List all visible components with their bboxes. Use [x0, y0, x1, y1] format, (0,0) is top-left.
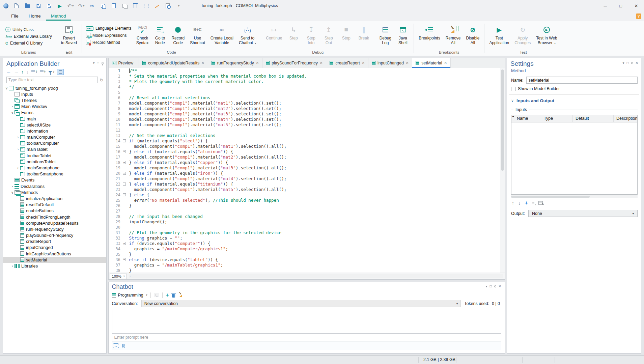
panel-float-icon[interactable]: □ [627, 61, 629, 65]
tree-item[interactable]: enableButtons [3, 208, 106, 214]
external-java-library-button[interactable]: Java External Java Library [3, 34, 54, 39]
clear-conversation-icon[interactable] [178, 293, 183, 298]
tree-item[interactable]: › Main Window [3, 104, 106, 110]
conversation-select[interactable]: New conversation ▾ [141, 300, 461, 307]
tree-item[interactable]: Events [3, 177, 106, 183]
fold-toggle-icon[interactable]: − [123, 193, 126, 196]
delete-icon[interactable] [132, 3, 138, 9]
code-line[interactable]: 25 error("No material selected"); //This… [109, 198, 500, 203]
code-line[interactable]: 19 model.component("comp1").material("ma… [109, 165, 500, 171]
open-file-icon[interactable] [24, 3, 30, 9]
debug-log-button[interactable]: Debug Log [376, 23, 394, 45]
tree-item[interactable]: toolbarComputer [3, 140, 106, 146]
code-line[interactable]: 30 [109, 225, 500, 230]
edit-table-icon[interactable] [538, 201, 543, 205]
tab-close-icon[interactable]: ✕ [256, 61, 259, 65]
code-line[interactable]: 24−} else { [109, 192, 500, 198]
tab-close-icon[interactable]: ✕ [444, 61, 447, 65]
code-line[interactable]: 4*/ [109, 84, 500, 90]
tree-item[interactable]: notationsTablet [3, 159, 106, 165]
copy-icon[interactable] [100, 3, 106, 9]
deselect-box-icon[interactable] [154, 3, 160, 9]
code-line[interactable]: 36−else if (device.equals("tablet")) { [109, 257, 500, 262]
external-c-library-button[interactable]: C External C Library [3, 40, 54, 46]
code-line[interactable]: 6// Reset all material selections [109, 95, 500, 101]
tree-item[interactable]: runFrequencyStudy [3, 226, 106, 232]
tree-item[interactable]: › Declarations [3, 183, 106, 189]
code-line[interactable]: 22−} else if (material.equals("titanium"… [109, 181, 500, 187]
tree-expander-icon[interactable]: › [10, 264, 15, 268]
tree-expander-icon[interactable]: › [16, 135, 20, 139]
delete-input-icon[interactable]: ≡ [532, 201, 534, 205]
tree-item[interactable]: ∨ Methods [3, 189, 106, 195]
tree-item[interactable]: › mainComputer [3, 134, 106, 140]
send-to-chatbot-button[interactable]: Send to Chatbot ▾ [236, 23, 259, 46]
fold-toggle-icon[interactable]: − [123, 183, 126, 186]
code-line[interactable]: 32String graphics = ""; [109, 235, 500, 241]
output-select[interactable]: None ▾ [528, 210, 638, 217]
utility-class-button[interactable]: ≡ Utility Class [3, 27, 54, 32]
pin-icon[interactable] [102, 62, 104, 64]
panel-menu-icon[interactable]: ▾ [623, 61, 624, 65]
fold-toggle-icon[interactable]: − [123, 161, 126, 164]
move-down-icon[interactable]: ↓ [518, 201, 521, 205]
editor-tab[interactable]: runFrequencyStudy ✕ [208, 58, 262, 68]
table-horizontal-scrollbar[interactable] [511, 195, 638, 198]
menu-home[interactable]: Home [24, 12, 46, 21]
code-line[interactable]: 16−} else if (material.equals("aluminum"… [109, 149, 500, 155]
tree-item[interactable]: Themes [3, 97, 106, 103]
code-line[interactable]: 11model.component("comp1").material("mat… [109, 122, 500, 128]
tree-expander-icon[interactable]: ∨ [4, 86, 9, 90]
tree-item[interactable]: main [3, 116, 106, 122]
tree-item[interactable]: selectUISize [3, 122, 106, 128]
code-line[interactable]: 13// Set the new material selections [109, 133, 500, 138]
show-preview-toggle[interactable] [57, 69, 64, 75]
column-header-description[interactable]: Description [614, 115, 638, 122]
tree-item[interactable]: information [3, 128, 106, 134]
forward-icon[interactable]: → [14, 69, 19, 75]
tree-item[interactable]: createReport [3, 239, 106, 245]
duplicate-icon[interactable] [121, 3, 128, 9]
tree-item[interactable]: initGraphicsAndButtons [3, 251, 106, 257]
code-line[interactable]: 5 [109, 90, 500, 95]
tab-close-icon[interactable]: ✕ [201, 61, 204, 65]
tree-item[interactable]: toolbarSmartphone [3, 171, 106, 177]
code-line[interactable]: 3* Plots the geometry with the current m… [109, 79, 500, 84]
tree-item[interactable]: playSoundForFrequency [3, 232, 106, 239]
tree-expander-icon[interactable]: ∨ [10, 111, 15, 114]
test-application-button[interactable]: ▶ Test Application [486, 23, 512, 45]
show-in-model-builder-checkbox[interactable] [511, 87, 515, 91]
disable-all-button[interactable]: ⊘ Disable All [463, 23, 482, 45]
redo-icon[interactable]: ↷▾ [78, 3, 84, 9]
tab-close-icon[interactable]: ✕ [320, 61, 323, 65]
inputs-and-output-section[interactable]: ∨ Inputs and Output [511, 97, 638, 107]
language-elements-button[interactable]: ABC Language Elements [84, 26, 134, 31]
delete-conversation-icon[interactable] [172, 294, 175, 298]
panel-close-icon[interactable]: ✕ [499, 285, 501, 288]
filter-icon[interactable]: ▾ [48, 71, 54, 74]
inputs-table[interactable]: ▸▸ Name Type Default Description Unit [511, 115, 638, 195]
code-line[interactable]: 23 model.component("comp1").material("ma… [109, 187, 500, 192]
code-line[interactable]: 9model.component("comp1").material("mat3… [109, 111, 500, 117]
tree-expander-icon[interactable]: ∨ [10, 191, 15, 194]
fold-toggle-icon[interactable]: − [123, 139, 126, 142]
code-line[interactable]: 12 [109, 128, 500, 133]
java-shell-button[interactable]: >_ Java Shell [394, 23, 412, 45]
code-line[interactable]: 34 graphics = "/mainComputer/graphics1"; [109, 246, 500, 252]
tree-item[interactable]: › mainSmartphone [3, 165, 106, 171]
fold-toggle-icon[interactable]: − [123, 242, 126, 245]
code-line[interactable]: 26} [109, 203, 500, 208]
move-up-icon[interactable]: ↑ [512, 201, 514, 205]
model-expressions-button[interactable]: a= Model Expressions [84, 32, 134, 38]
chatbot-mode-select[interactable]: Programming ▾ [112, 293, 147, 298]
tab-close-icon[interactable]: ✕ [406, 61, 409, 65]
tree-expander-icon[interactable]: › [10, 185, 15, 188]
tree-expander-icon[interactable]: › [16, 166, 20, 170]
move-up-icon[interactable]: ↑ [21, 69, 24, 75]
code-line[interactable]: 27 [109, 208, 500, 214]
code-editor[interactable]: 1/**2* Sets the material properties when… [109, 68, 500, 273]
tree-filter-input[interactable] [6, 77, 98, 83]
move-down-icon[interactable]: ↓ [26, 69, 29, 75]
panel-float-icon[interactable]: □ [97, 61, 99, 65]
find-icon[interactable] [165, 3, 171, 9]
